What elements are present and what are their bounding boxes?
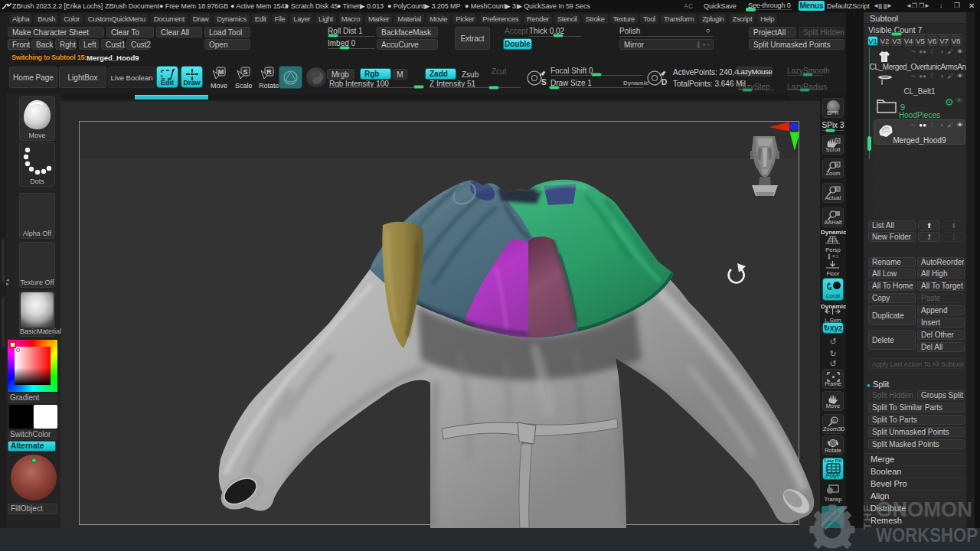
svg-text:R: R [266, 68, 272, 76]
svg-text:S: S [243, 68, 247, 76]
svg-text:D: D [662, 78, 667, 86]
svg-text:S: S [541, 78, 547, 86]
svg-text:3D: 3D [830, 419, 836, 423]
